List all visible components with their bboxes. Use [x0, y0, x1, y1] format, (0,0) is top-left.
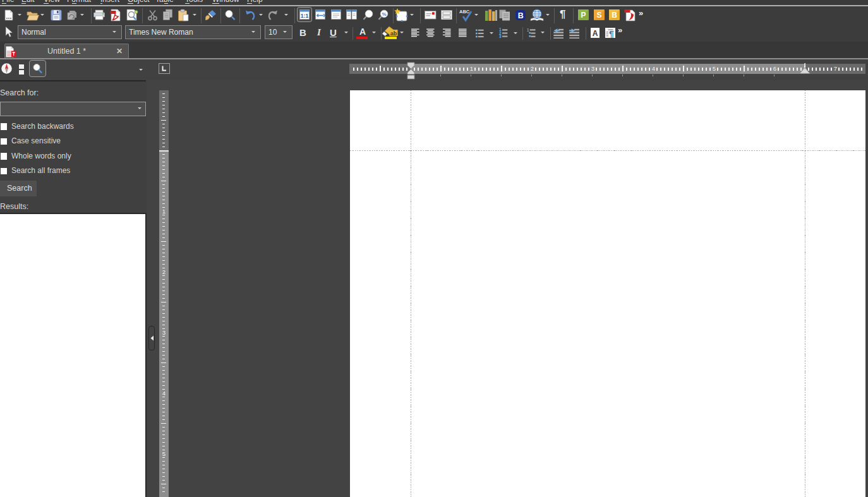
svg-text:%: % [382, 11, 386, 17]
svg-text:P: P [581, 11, 586, 20]
svg-text:¶: ¶ [609, 29, 614, 38]
svg-text:ab: ab [390, 30, 397, 37]
svg-text:1:1: 1:1 [300, 13, 308, 19]
svg-text:S: S [596, 11, 601, 20]
svg-text:3: 3 [499, 34, 502, 39]
svg-text:A: A [593, 29, 598, 38]
svg-text:B: B [517, 11, 523, 20]
svg-text:B: B [612, 11, 617, 20]
svg-text:ABC: ABC [459, 9, 470, 15]
svg-text:1: 1 [527, 28, 529, 32]
